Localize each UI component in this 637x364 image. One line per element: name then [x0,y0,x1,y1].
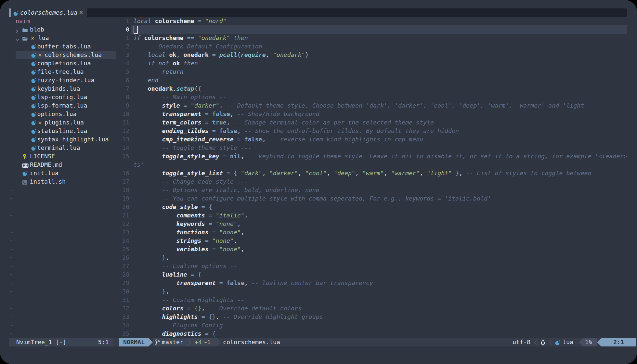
code-line: highlights = {}, -- Override highlight g… [134,313,323,321]
tree-item-init-lua[interactable]: init.lua [9,169,120,177]
tree-item-label: statusline.lua [37,127,87,135]
line-number: 27 [110,262,129,270]
powerline-separator [217,338,221,346]
tree-item-statusline-lua[interactable]: statusline.lua [9,127,120,135]
tree-buffer-name: NvimTree_1 [-] [16,338,66,346]
tree-item-label: lua [38,34,49,42]
code-line: -- toggle theme style --- [134,144,252,152]
tab-colorschemes[interactable]: colorschemes.lua × [9,8,87,17]
tree-item-label: keybinds.lua [37,84,80,93]
git-dirty-icon: ✕ [38,51,42,59]
tree-item-lsp-config-lua[interactable]: lsp-config.lua [9,93,120,101]
tree-item-lua[interactable]: ✕lua [9,34,120,42]
code-line: ts' [134,161,144,169]
tree-item-lsp-format-lua[interactable]: lsp-format.lua [9,101,120,110]
active-tab-indicator [9,8,11,17]
line-number: 35 [110,330,129,338]
git-branch-name[interactable]: master [162,338,183,346]
tree-item-colorschemes-lua[interactable]: ✕colorschemes.lua [9,51,120,59]
tree-item-install-sh[interactable]: install.sh [9,177,120,186]
powerline-separator [149,338,153,346]
lua-icon [31,95,36,100]
empty-line-tilde: ~ [10,254,13,262]
empty-line-tilde: ~ [10,304,13,313]
code-line: toggle_style_list = { "dark", "darker", … [134,169,592,177]
empty-line-tilde: ~ [10,211,13,220]
code-line: return [134,68,184,76]
tree-item-terminal-lua[interactable]: terminal.lua [9,144,120,152]
code-line: cmp_itemkind_reverse = false, -- reverse… [134,135,423,144]
code-line: onedark.setup({ [134,84,202,93]
git-dirty-icon: ✕ [31,34,34,42]
line-number: 15 [110,152,129,161]
code-line: keywords = "none", [134,220,241,228]
tree-item-license[interactable]: LICENSE [9,152,120,161]
tree-item-options-lua[interactable]: options.lua [9,110,120,118]
code-line: -- Lualine options -- [134,262,237,270]
tree-item-label: install.sh [30,177,66,186]
empty-line-tilde: ~ [10,262,13,270]
code-line: ending_tildes = false, -- Show the end-o… [134,127,459,135]
line-number: 2 [110,42,129,51]
tree-root[interactable]: nvim [9,17,120,25]
statusline-git-segment: master +4 ~1 [153,338,217,346]
file-encoding: utf-8 [513,338,530,346]
tree-item-plugins-lua[interactable]: ✕plugins.lua [9,118,120,127]
line-number: 33 [110,313,129,321]
key-icon [22,154,27,160]
code-line: -- You can configure multiple style with… [134,194,491,203]
terminal-window: colorschemes.lua × nvimblob✕luabuffer-ta… [0,0,637,364]
line-number: 23 [110,228,129,237]
tree-item-fuzzy-finder-lua[interactable]: fuzzy-finder.lua [9,76,120,84]
line-number: 18 [110,186,129,194]
file-progress: 1% [583,338,597,346]
lua-icon [31,86,36,92]
tree-item-blob[interactable]: blob [9,25,120,34]
tree-item-readme-md[interactable]: README.md [9,161,120,169]
git-added-count: +4 [195,338,202,346]
tree-item-label: init.lua [30,169,58,177]
code-line: if not ok then [134,59,198,68]
line-number: 16 [110,169,129,177]
empty-line-tilde: ~ [10,237,13,245]
code-line: comments = "italic", [134,211,248,220]
tree-item-keybinds-lua[interactable]: keybinds.lua [9,84,120,93]
line-number: 5 [110,68,129,76]
shell-icon [22,180,27,185]
git-modified-count: ~1 [203,338,211,346]
chevron-down-icon [15,38,19,42]
tree-item-label: lsp-format.lua [37,101,87,110]
lua-icon [31,129,36,134]
tree-item-syntax-highlight-lua[interactable]: syntax-highlight.lua [9,135,120,144]
tree-item-file-tree-lua[interactable]: file-tree.lua [9,68,120,76]
empty-line-tilde: ~ [10,296,13,304]
lua-icon [31,112,36,117]
empty-line-tilde: ~ [10,321,13,330]
line-number: 30 [110,287,129,296]
tree-item-label: file-tree.lua [37,68,84,76]
code-line: transparent = false, -- Show/hide backgr… [134,110,319,118]
lua-icon [31,146,36,151]
empty-line-tilde: ~ [10,186,13,194]
tab-close-icon[interactable]: × [79,8,83,17]
code-line: }, [134,287,169,296]
tree-item-label: terminal.lua [37,144,80,152]
lua-icon [555,340,560,346]
chevron-separator-icon [533,340,538,345]
tree-item-buffer-tabs-lua[interactable]: buffer-tabs.lua [9,42,120,51]
empty-line-tilde: ~ [10,194,13,203]
code-line: -- Onedark Default Configuration [134,42,262,51]
tree-item-label: colorschemes.lua [45,51,102,59]
code-line: term_colors = true, -- Change terminal c… [134,118,434,127]
statusline-tree-segment: NvimTree_1 [-] 5:1 [9,338,113,346]
code-line: -- Main options -- [134,93,227,101]
code-line: diagnostics = { [134,330,216,338]
code-line: -- Options are italic, bold, underline, … [134,186,319,194]
code-line: variables = "none", [134,245,244,254]
git-dirty-icon: ✕ [38,118,42,127]
line-number: 22 [110,220,129,228]
lua-icon [31,70,36,75]
code-line: colors = {}, -- Override default colors [134,304,302,313]
tree-item-completions-lua[interactable]: completions.lua [9,59,120,68]
line-number: 29 [110,279,129,287]
